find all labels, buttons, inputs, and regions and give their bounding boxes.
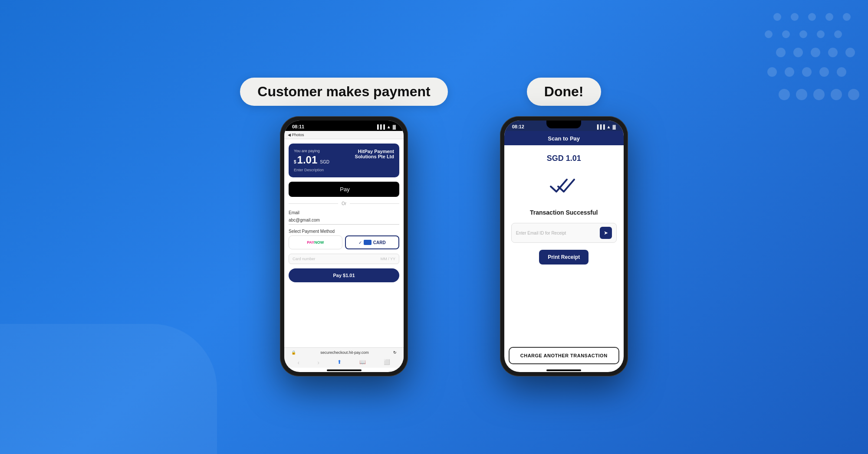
refresh-icon[interactable]: ↻ (393, 350, 397, 355)
lock-icon: 🔒 (291, 350, 296, 355)
email-receipt-row[interactable]: Enter Email ID for Receipt ➤ (511, 223, 617, 243)
scan-to-pay-bar: Scan to Pay (504, 131, 624, 145)
success-checkmark-svg (549, 174, 579, 196)
left-panel: Customer makes payment 08:11 ▐▐▐ ▲ ▓ ◀ P… (240, 78, 447, 376)
back-nav-icon[interactable]: ‹ (298, 359, 300, 366)
left-label: Customer makes payment (240, 78, 447, 106)
paynow-label: PAY (307, 240, 314, 245)
phone-right-inner: 08:12 ▐▐▐ ▲ ▓ Scan to Pay SGD 1.01 (504, 121, 624, 372)
description-placeholder: Enter Description (294, 168, 329, 172)
payment-methods-row: PAY NOW ✓ CARD (289, 235, 399, 249)
card-button[interactable]: ✓ CARD (345, 235, 400, 249)
forward-nav-icon[interactable]: › (317, 359, 319, 366)
payment-header-card: You are paying $ 1.01 SGD Enter Descript… (289, 144, 399, 177)
send-email-button[interactable]: ➤ (600, 227, 612, 239)
home-indicator-left (327, 369, 362, 371)
card-expiry: MM / YY (381, 257, 395, 261)
browser-url: securecheckout.hit-pay.com (296, 350, 393, 355)
wifi-icon: ▲ (387, 124, 391, 129)
charge-another-button[interactable]: CHARGE ANOTHER TRANSACTION (509, 347, 619, 364)
sgd-amount: SGD 1.01 (547, 154, 581, 163)
paying-label: You are paying (294, 149, 329, 153)
payment-method-label: Select Payment Method (289, 229, 399, 234)
battery-icon: ▓ (393, 124, 396, 129)
success-content: SGD 1.01 Transaction Successful Enter Em… (504, 145, 624, 347)
email-label: Email (289, 210, 399, 215)
paynow-now: NOW (314, 240, 324, 245)
signal-icon-right: ▐▐▐ (595, 124, 605, 129)
time-left: 08:11 (292, 124, 304, 129)
header-left: You are paying $ 1.01 SGD Enter Descript… (294, 149, 329, 172)
card-number-row[interactable]: Card number MM / YY (289, 254, 399, 264)
phone-left-inner: 08:11 ▐▐▐ ▲ ▓ ◀ Photos You (284, 121, 404, 372)
apple-pay-button[interactable]: Pay (289, 182, 399, 197)
email-field-group: Email abc@gmail.com (289, 210, 399, 225)
phone-left: 08:11 ▐▐▐ ▲ ▓ ◀ Photos You (280, 116, 408, 376)
safari-nav: ‹ › ⬆ 📖 ⬜ (284, 357, 404, 368)
email-receipt-placeholder: Enter Email ID for Receipt (516, 231, 566, 235)
card-number-placeholder: Card number (293, 257, 316, 261)
phone-right: 08:12 ▐▐▐ ▲ ▓ Scan to Pay SGD 1.01 (500, 116, 628, 376)
or-line-right (350, 203, 399, 204)
signal-icon: ▐▐▐ (376, 124, 385, 129)
merchant-line1: HitPay Payment (355, 149, 394, 154)
right-panel: Done! 08:12 ▐▐▐ ▲ ▓ Scan to Pay SGD (500, 78, 628, 376)
notch-right (546, 121, 581, 128)
payment-methods-group: Select Payment Method PAY NOW ✓ CARD (289, 229, 399, 249)
dollar-sign: $ (294, 160, 296, 164)
print-receipt-button[interactable]: Print Receipt (539, 250, 589, 265)
or-divider: Or (289, 201, 399, 206)
amount-value: 1.01 (297, 154, 318, 166)
right-label: Done! (527, 78, 601, 106)
merchant-line2: Solutions Pte Ltd (355, 154, 394, 159)
email-input[interactable]: abc@gmail.com (289, 216, 399, 225)
pay-button[interactable]: Pay $1.01 (289, 268, 399, 282)
home-indicator-right (546, 369, 581, 371)
or-line-left (289, 203, 338, 204)
tabs-icon[interactable]: ⬜ (384, 359, 390, 366)
payment-content: You are paying $ 1.01 SGD Enter Descript… (284, 139, 404, 347)
main-scene: Customer makes payment 08:11 ▐▐▐ ▲ ▓ ◀ P… (0, 0, 868, 454)
paynow-button[interactable]: PAY NOW (289, 235, 342, 249)
check-icon: ✓ (358, 240, 362, 245)
browser-back-bar: ◀ Photos (284, 131, 404, 139)
apple-pay-label: Pay (340, 186, 349, 193)
card-icon (364, 240, 372, 245)
battery-icon-right: ▓ (612, 124, 615, 129)
wifi-icon-right: ▲ (606, 124, 611, 129)
card-label: CARD (373, 240, 386, 245)
status-icons-right: ▐▐▐ ▲ ▓ (595, 124, 615, 129)
time-right: 08:12 (512, 124, 524, 129)
send-icon: ➤ (604, 230, 608, 236)
double-check-icon (549, 174, 579, 198)
bookmarks-icon[interactable]: 📖 (359, 359, 366, 366)
share-icon[interactable]: ⬆ (337, 359, 342, 366)
back-label: ◀ Photos (288, 133, 304, 137)
or-text: Or (342, 201, 346, 206)
browser-bottom: 🔒 securecheckout.hit-pay.com ↻ (284, 347, 404, 357)
amount-row: $ 1.01 SGD (294, 154, 329, 166)
status-icons-left: ▐▐▐ ▲ ▓ (376, 124, 396, 129)
currency: SGD (320, 160, 329, 164)
notch-left (327, 121, 362, 128)
merchant-info: HitPay Payment Solutions Pte Ltd (355, 149, 394, 159)
transaction-success-text: Transaction Successful (530, 209, 598, 216)
